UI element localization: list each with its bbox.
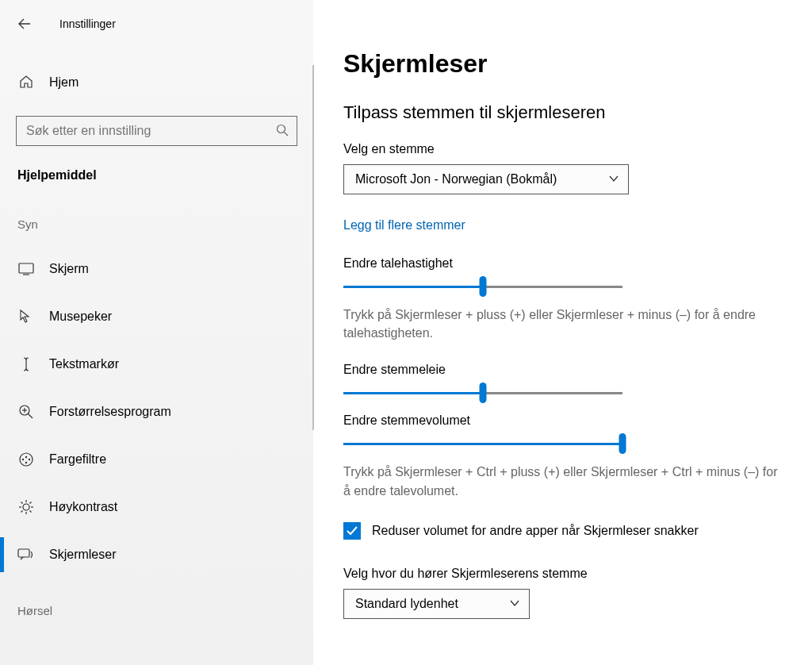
svg-point-12: [25, 462, 27, 463]
speed-hint: Trykk på Skjermleser + pluss (+) eller S…: [343, 306, 780, 342]
nav-item-textcursor[interactable]: Tekstmarkør: [0, 340, 313, 388]
add-voices-link[interactable]: Legg til flere stemmer: [343, 218, 465, 233]
device-label: Velg hvor du hører Skjermleserens stemme: [343, 567, 780, 581]
nav-item-narrator[interactable]: Skjermleser: [0, 531, 313, 579]
speed-label: Endre talehastighet: [343, 256, 780, 271]
svg-line-20: [21, 511, 23, 513]
svg-point-8: [20, 453, 33, 466]
voice-dropdown-value: Microsoft Jon - Norwegian (Bokmål): [355, 172, 557, 186]
cursor-icon: [17, 309, 35, 325]
svg-rect-22: [18, 549, 29, 557]
nav-item-mousepointer[interactable]: Musepeker: [0, 293, 313, 340]
svg-line-1: [285, 132, 289, 136]
back-arrow-icon: [18, 17, 31, 30]
device-dropdown-value: Standard lydenhet: [355, 597, 458, 611]
nav-list: Skjerm Musepeker Tekstmarkør Forstørrels…: [0, 245, 313, 579]
svg-point-13: [23, 504, 29, 510]
nav-item-display[interactable]: Skjerm: [0, 245, 313, 293]
svg-line-7: [29, 414, 33, 419]
volume-slider[interactable]: [343, 434, 622, 453]
search-icon: [276, 124, 289, 139]
display-icon: [17, 263, 35, 275]
chevron-down-icon: [609, 172, 619, 186]
lower-volume-label: Reduser volumet for andre apper når Skje…: [372, 524, 699, 538]
nav-item-label: Forstørrelsesprogram: [49, 405, 171, 419]
volume-slider-thumb[interactable]: [619, 433, 626, 454]
svg-point-11: [22, 459, 24, 460]
page-title: Skjermleser: [343, 49, 780, 79]
svg-line-18: [21, 502, 23, 504]
window-title: Innstillinger: [59, 17, 116, 30]
nav-home-label: Hjem: [49, 75, 79, 90]
group-label-vision: Syn: [0, 217, 313, 231]
nav-item-label: Musepeker: [49, 309, 112, 324]
svg-line-21: [30, 502, 32, 504]
magnifier-icon: [17, 404, 35, 420]
svg-point-10: [29, 459, 30, 460]
home-icon: [17, 75, 35, 91]
textcursor-icon: [17, 356, 35, 372]
narrator-icon: [17, 548, 35, 562]
nav-item-label: Tekstmarkør: [49, 357, 119, 371]
voice-label: Velg en stemme: [343, 142, 780, 156]
search-input[interactable]: [26, 124, 276, 138]
nav-item-highcontrast[interactable]: Høykontrast: [0, 483, 313, 531]
lower-volume-checkbox[interactable]: Reduser volumet for andre apper når Skje…: [343, 522, 780, 540]
checkbox-checked-icon: [343, 522, 361, 540]
voice-dropdown[interactable]: Microsoft Jon - Norwegian (Bokmål): [343, 164, 629, 194]
pitch-slider-thumb[interactable]: [480, 382, 487, 403]
svg-line-19: [30, 511, 32, 513]
group-label-hearing: Hørsel: [0, 604, 313, 617]
main-content: Skjermleser Tilpass stemmen til skjermle…: [313, 0, 812, 665]
device-dropdown[interactable]: Standard lydenhet: [343, 589, 530, 619]
section-heading: Tilpass stemmen til skjermleseren: [343, 102, 780, 123]
speed-slider[interactable]: [343, 277, 622, 296]
pitch-slider[interactable]: [343, 383, 622, 402]
volume-hint: Trykk på Skjermleser + Ctrl + pluss (+) …: [343, 463, 780, 499]
svg-rect-2: [19, 263, 33, 273]
sidebar: Innstillinger Hjem Hjelpemiddel Syn Skje…: [0, 0, 313, 665]
svg-point-0: [278, 125, 285, 133]
titlebar: Innstillinger: [0, 11, 313, 37]
nav-home[interactable]: Hjem: [0, 67, 313, 98]
search-box[interactable]: [16, 116, 297, 146]
colorfilter-icon: [17, 452, 35, 467]
chevron-down-icon: [510, 597, 519, 611]
svg-point-9: [25, 456, 27, 458]
nav-item-label: Skjermleser: [49, 548, 116, 562]
nav-item-label: Fargefiltre: [49, 452, 106, 467]
nav-item-magnifier[interactable]: Forstørrelsesprogram: [0, 388, 313, 436]
contrast-icon: [17, 499, 35, 515]
speed-slider-thumb[interactable]: [480, 276, 487, 297]
back-button[interactable]: [13, 13, 36, 35]
volume-label: Endre stemmevolumet: [343, 413, 780, 428]
pitch-label: Endre stemmeleie: [343, 363, 780, 377]
nav-item-label: Skjerm: [49, 262, 89, 276]
category-heading: Hjelpemiddel: [0, 168, 313, 183]
nav-item-label: Høykontrast: [49, 500, 117, 514]
nav-item-colorfilters[interactable]: Fargefiltre: [0, 436, 313, 483]
